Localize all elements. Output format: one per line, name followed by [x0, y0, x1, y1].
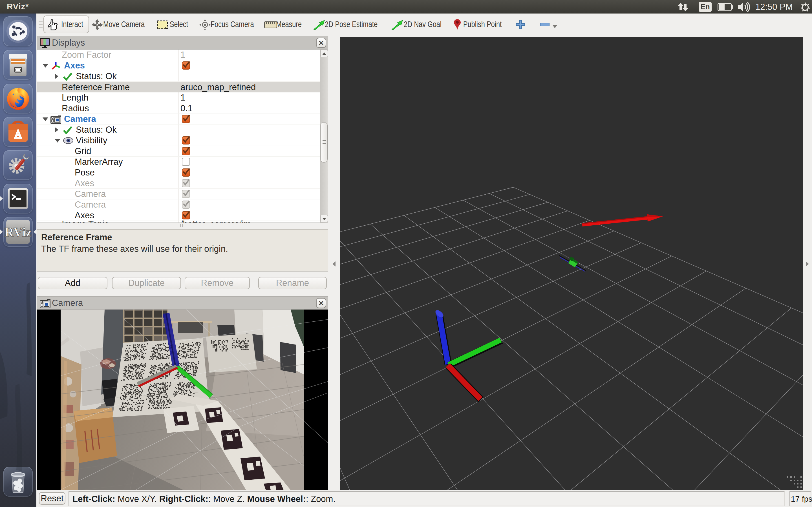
svg-text:RViz: RViz	[4, 225, 32, 239]
